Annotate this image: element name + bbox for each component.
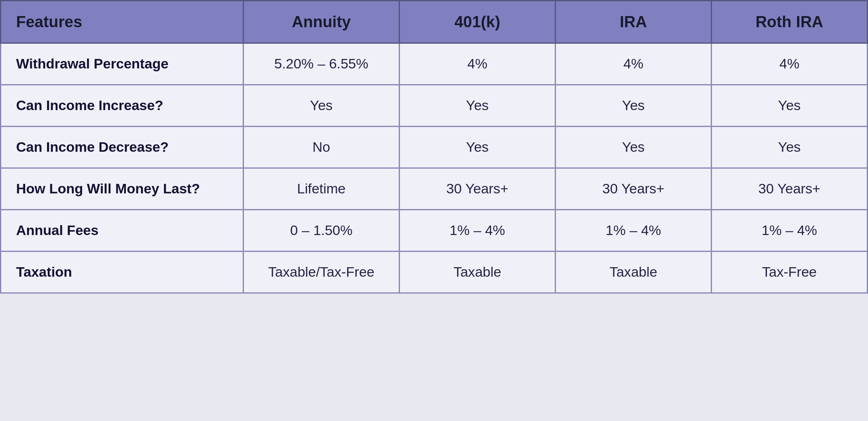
table-row: Annual Fees 0 – 1.50% 1% – 4% 1% – 4% 1%… xyxy=(1,210,868,252)
ira-value: 1% – 4% xyxy=(556,210,712,252)
401k-value: 30 Years+ xyxy=(400,168,556,210)
401k-value: 1% – 4% xyxy=(400,210,556,252)
ira-value: 30 Years+ xyxy=(556,168,712,210)
ira-value: Yes xyxy=(556,127,712,168)
table-row: Taxation Taxable/Tax-Free Taxable Taxabl… xyxy=(1,252,868,293)
table-row: Withdrawal Percentage 5.20% – 6.55% 4% 4… xyxy=(1,43,868,85)
feature-label: Can Income Decrease? xyxy=(1,127,244,168)
header-row: Features Annuity 401(k) IRA Roth IRA xyxy=(1,1,868,43)
comparison-table: Features Annuity 401(k) IRA Roth IRA Wit… xyxy=(0,0,868,294)
feature-label: Withdrawal Percentage xyxy=(1,43,244,85)
401k-value: Yes xyxy=(400,127,556,168)
ira-value: 4% xyxy=(556,43,712,85)
feature-label: Taxation xyxy=(1,252,244,293)
annuity-value: 5.20% – 6.55% xyxy=(244,43,400,85)
header-annuity: Annuity xyxy=(244,1,400,43)
table-row: How Long Will Money Last? Lifetime 30 Ye… xyxy=(1,168,868,210)
401k-value: Yes xyxy=(400,85,556,127)
ira-value: Yes xyxy=(556,85,712,127)
table-row: Can Income Increase? Yes Yes Yes Yes xyxy=(1,85,868,127)
401k-value: Taxable xyxy=(400,252,556,293)
roth-ira-value: 30 Years+ xyxy=(712,168,868,210)
401k-value: 4% xyxy=(400,43,556,85)
annuity-value: Taxable/Tax-Free xyxy=(244,252,400,293)
feature-label: Can Income Increase? xyxy=(1,85,244,127)
comparison-table-container: Features Annuity 401(k) IRA Roth IRA Wit… xyxy=(0,0,868,294)
roth-ira-value: Yes xyxy=(712,85,868,127)
annuity-value: Yes xyxy=(244,85,400,127)
table-row: Can Income Decrease? No Yes Yes Yes xyxy=(1,127,868,168)
annuity-value: Lifetime xyxy=(244,168,400,210)
roth-ira-value: Tax-Free xyxy=(712,252,868,293)
header-ira: IRA xyxy=(556,1,712,43)
feature-label: Annual Fees xyxy=(1,210,244,252)
annuity-value: 0 – 1.50% xyxy=(244,210,400,252)
ira-value: Taxable xyxy=(556,252,712,293)
header-401k: 401(k) xyxy=(400,1,556,43)
header-features: Features xyxy=(1,1,244,43)
roth-ira-value: 4% xyxy=(712,43,868,85)
roth-ira-value: 1% – 4% xyxy=(712,210,868,252)
feature-label: How Long Will Money Last? xyxy=(1,168,244,210)
header-roth-ira: Roth IRA xyxy=(712,1,868,43)
roth-ira-value: Yes xyxy=(712,127,868,168)
annuity-value: No xyxy=(244,127,400,168)
